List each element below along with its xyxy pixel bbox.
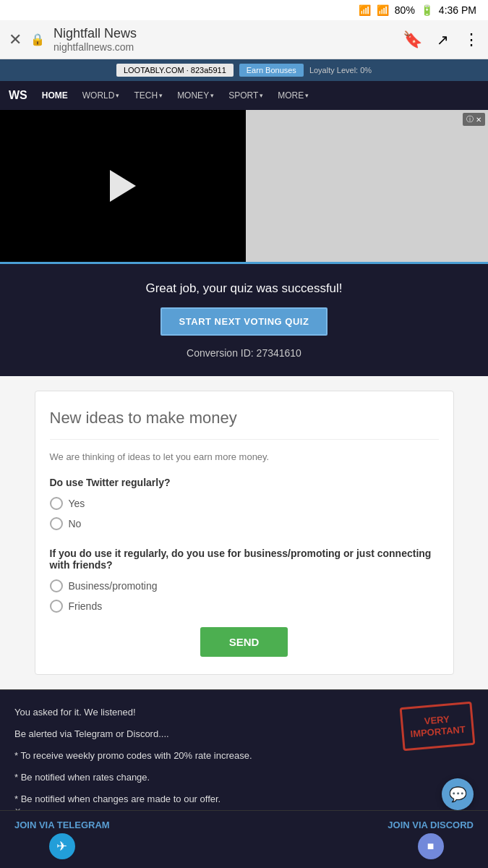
telegram-join[interactable]: JOIN VIA TELEGRAM ✈ [14,820,110,859]
survey-description: We are thinking of ideas to let you earn… [50,451,439,462]
earn-bonuses-button[interactable]: Earn Bonuses [239,64,304,77]
discord-join[interactable]: JOIN VIA DISCORD ■ [388,820,474,859]
quiz-success-message: Great job, your quiz was successful! [14,281,474,296]
important-bullet3: * Be notified when changes are made to o… [14,791,474,807]
bottom-bar: JOIN VIA TELEGRAM ✈ JOIN VIA DISCORD ■ [0,810,488,868]
battery-level: 80% [395,4,415,16]
nav-home[interactable]: HOME [36,86,74,105]
survey-card: New ideas to make money We are thinking … [35,391,454,675]
radio-yes[interactable] [50,497,63,510]
site-name: Nightfall News [53,26,394,41]
option-business[interactable]: Business/promoting [50,579,439,592]
question-1-block: Do use Twitter regularly? Yes No [50,477,439,530]
loyalty-label: Loyalty Level: 0% [309,66,372,75]
site-url: nightfallnews.com [53,41,394,53]
wifi-icon: 📶 [359,4,371,16]
question-1-text: Do use Twitter regularly? [50,477,439,488]
important-bullet2: * Be notified when rates change. [14,770,474,786]
share-button[interactable]: ↗ [437,31,449,48]
question-2-text: If you do use it regularly, do you use f… [50,548,439,571]
nav-more[interactable]: MORE ▾ [272,86,314,105]
option-no[interactable]: No [50,517,439,530]
radio-business[interactable] [50,579,63,592]
nav-logo: WS [9,89,27,102]
option-yes[interactable]: Yes [50,497,439,510]
send-button[interactable]: SEND [200,627,288,657]
discord-icon: ■ [418,833,444,859]
close-icon: ✕ [476,116,481,124]
nav-tech[interactable]: TECH ▾ [128,86,168,105]
start-quiz-button[interactable]: START NEXT VOTING QUIZ [160,307,328,336]
very-important-stamp: VERYIMPORTANT [400,702,476,751]
ad-panel: ⓘ ✕ [246,110,488,262]
join-telegram-button[interactable]: JOIN VIA TELEGRAM [14,820,110,830]
ad-close-button[interactable]: ⓘ ✕ [463,113,485,126]
telegram-icon: ✈ [49,833,75,859]
survey-title: New ideas to make money [50,409,439,440]
join-discord-button[interactable]: JOIN VIA DISCORD [388,820,474,830]
play-button[interactable] [110,170,136,202]
survey-container: New ideas to make money We are thinking … [0,376,488,689]
question-2-block: If you do use it regularly, do you use f… [50,548,439,613]
chat-bubble[interactable]: 💬 [442,778,474,810]
video-player[interactable] [0,110,246,262]
time: 4:36 PM [439,4,476,16]
quiz-success-box: Great job, your quiz was successful! STA… [0,262,488,376]
bookmark-button[interactable]: 🔖 [403,30,422,49]
nav-bar: WS HOME WORLD ▾ TECH ▾ MONEY ▾ SPORT ▾ M… [0,81,488,110]
conversion-id: Conversion ID: 27341610 [14,347,474,359]
lock-icon: 🔒 [30,33,45,46]
browser-actions: 🔖 ↗ ⋮ [403,30,479,49]
ad-bar: LOOTABLY.COM · 823a5911 Earn Bonuses Loy… [0,59,488,81]
browser-chrome: ✕ 🔒 Nightfall News nightfallnews.com 🔖 ↗… [0,20,488,59]
option-friends[interactable]: Friends [50,600,439,613]
lootably-button[interactable]: LOOTABLY.COM · 823a5911 [116,64,234,77]
battery-icon: 🔋 [421,4,433,16]
option-yes-label: Yes [69,498,85,509]
radio-no[interactable] [50,517,63,530]
status-bar: 📶 📶 80% 🔋 4:36 PM [0,0,488,20]
radio-friends[interactable] [50,600,63,613]
browser-title: Nightfall News nightfallnews.com [53,26,394,53]
option-business-label: Business/promoting [69,580,158,592]
nav-world[interactable]: WORLD ▾ [77,86,126,105]
nav-sport[interactable]: SPORT ▾ [223,86,269,105]
more-button[interactable]: ⋮ [463,30,479,49]
info-icon: ⓘ [466,114,474,124]
nav-money[interactable]: MONEY ▾ [171,86,220,105]
close-button[interactable]: ✕ [9,30,22,49]
media-area: ⓘ ✕ [0,110,488,262]
signal-icon: 📶 [377,4,389,16]
option-no-label: No [69,518,82,529]
option-friends-label: Friends [69,600,103,612]
